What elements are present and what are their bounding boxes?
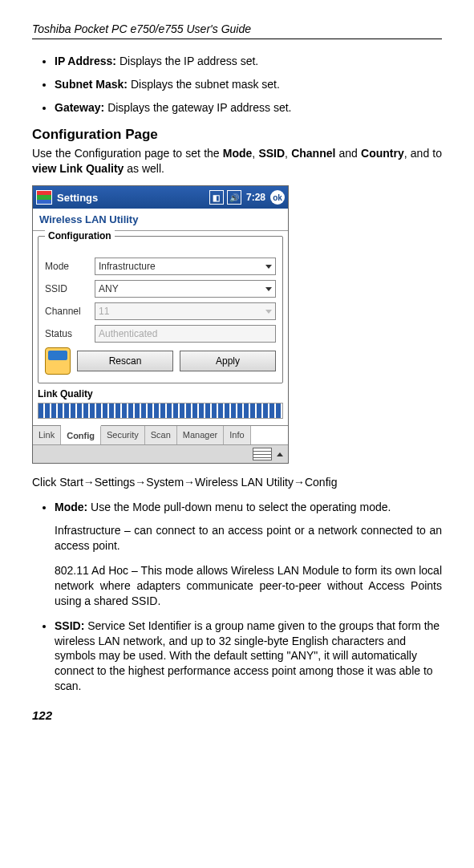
- bullet-mode-text: Use the Mode pull-down menu to select th…: [87, 501, 391, 513]
- device-icon: [45, 347, 71, 375]
- intro-a: Use the Configuration page to set the: [32, 147, 223, 160]
- label-ssid: SSID: [45, 283, 95, 294]
- link-quality-label: Link Quality: [38, 388, 283, 400]
- row-ssid: SSID ANY: [45, 280, 276, 298]
- mode-para-1: Infrastructure – can connect to an acces…: [55, 523, 442, 554]
- bullet-ssid-term: SSID:: [55, 619, 84, 632]
- row-status: Status Authenticated: [45, 325, 276, 343]
- bullet-subnet-text: Displays the subnet mask set.: [128, 78, 280, 91]
- top-bullet-list: IP Address: Displays the IP address set.…: [32, 54, 442, 116]
- bullet-ssid-text: Service Set Identifier is a group name g…: [55, 619, 440, 693]
- tab-config[interactable]: Config: [61, 425, 101, 444]
- bullet-gateway: Gateway: Displays the gateway IP address…: [55, 100, 442, 116]
- bullet-mode-term: Mode:: [55, 501, 87, 513]
- row-mode: Mode Infrastructure: [45, 258, 276, 275]
- utility-title: Wireless LAN Utility: [33, 209, 288, 231]
- bullet-ip-text: Displays the IP address set.: [116, 55, 258, 67]
- page-header: Toshiba Pocket PC e750/e755 User's Guide: [32, 22, 442, 39]
- tab-bar: Link Config Security Scan Manager Info: [33, 425, 288, 444]
- label-status: Status: [45, 328, 95, 339]
- screenshot-inset: Settings ◧ 🔊 7:28 ok Wireless LAN Utilit…: [32, 185, 289, 464]
- channel-dropdown: 11: [95, 302, 276, 320]
- mode-dropdown[interactable]: Infrastructure: [95, 258, 276, 275]
- window-titlebar: Settings ◧ 🔊 7:28 ok: [33, 186, 288, 209]
- tab-manager[interactable]: Manager: [177, 426, 224, 444]
- intro-c: ,: [285, 147, 291, 160]
- section-title: Configuration Page: [32, 127, 442, 143]
- status-value: Authenticated: [99, 328, 157, 339]
- intro-f: as well.: [124, 162, 164, 175]
- intro-e: , and to: [404, 147, 442, 160]
- clock: 7:28: [246, 192, 265, 203]
- label-channel: Channel: [45, 306, 95, 317]
- bullet-ip-term: IP Address:: [55, 55, 116, 67]
- config-group: Configuration Mode Infrastructure SSID A…: [38, 236, 283, 383]
- chevron-down-icon: [265, 265, 272, 269]
- tab-scan[interactable]: Scan: [145, 426, 177, 444]
- page-number: 122: [32, 708, 442, 722]
- intro-d: and: [335, 147, 361, 160]
- group-legend: Configuration: [45, 230, 115, 241]
- channel-value: 11: [99, 306, 109, 317]
- intro-ssid: SSID: [258, 147, 285, 160]
- bullet-ssid-desc: SSID: Service Set Identifier is a group …: [55, 619, 442, 694]
- apply-button[interactable]: Apply: [180, 351, 276, 371]
- ssid-dropdown[interactable]: ANY: [95, 280, 276, 298]
- bullet-subnet-term: Subnet Mask:: [55, 78, 128, 91]
- bullet-gateway-text: Displays the gateway IP address set.: [104, 101, 291, 114]
- button-row: Rescan Apply: [45, 347, 276, 375]
- bullet-gateway-term: Gateway:: [55, 101, 104, 114]
- chevron-down-icon: [265, 287, 272, 291]
- row-channel: Channel 11: [45, 302, 276, 320]
- mode-para-2: 802.11 Ad Hoc – This mode allows Wireles…: [55, 563, 442, 609]
- keyboard-icon[interactable]: [253, 448, 272, 460]
- start-flag-icon[interactable]: [36, 190, 52, 205]
- tab-link[interactable]: Link: [33, 426, 61, 444]
- chevron-down-icon: [265, 310, 272, 314]
- window-title: Settings: [57, 192, 206, 204]
- intro-mode: Mode: [223, 147, 253, 160]
- intro-vlq: view Link Quality: [32, 162, 124, 175]
- ssid-value: ANY: [99, 283, 119, 294]
- nav-path: Click Start→Settings→System→Wireless LAN…: [32, 475, 442, 490]
- rescan-button[interactable]: Rescan: [77, 351, 173, 371]
- intro-country: Country: [361, 147, 404, 160]
- sip-caret-icon[interactable]: [277, 452, 283, 456]
- label-mode: Mode: [45, 261, 95, 272]
- bullet-ip: IP Address: Displays the IP address set.: [55, 54, 442, 69]
- signal-icon[interactable]: ◧: [209, 190, 224, 205]
- intro-channel: Channel: [291, 147, 335, 160]
- sip-bar: [33, 444, 288, 463]
- bullet-mode: Mode: Use the Mode pull-down menu to sel…: [55, 500, 442, 608]
- link-quality-bar: [38, 403, 283, 419]
- ok-button[interactable]: ok: [270, 190, 285, 205]
- mode-value: Infrastructure: [99, 261, 156, 272]
- tab-info[interactable]: Info: [224, 426, 250, 444]
- status-field: Authenticated: [95, 325, 276, 343]
- tab-security[interactable]: Security: [101, 426, 145, 444]
- bottom-bullet-list: Mode: Use the Mode pull-down menu to sel…: [32, 500, 442, 694]
- section-intro: Use the Configuration page to set the Mo…: [32, 146, 442, 176]
- speaker-icon[interactable]: 🔊: [227, 190, 241, 205]
- bullet-subnet: Subnet Mask: Displays the subnet mask se…: [55, 77, 442, 92]
